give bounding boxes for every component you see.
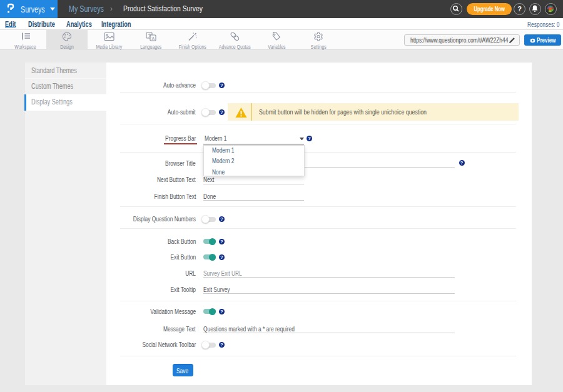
- svg-text:A: A: [151, 36, 155, 41]
